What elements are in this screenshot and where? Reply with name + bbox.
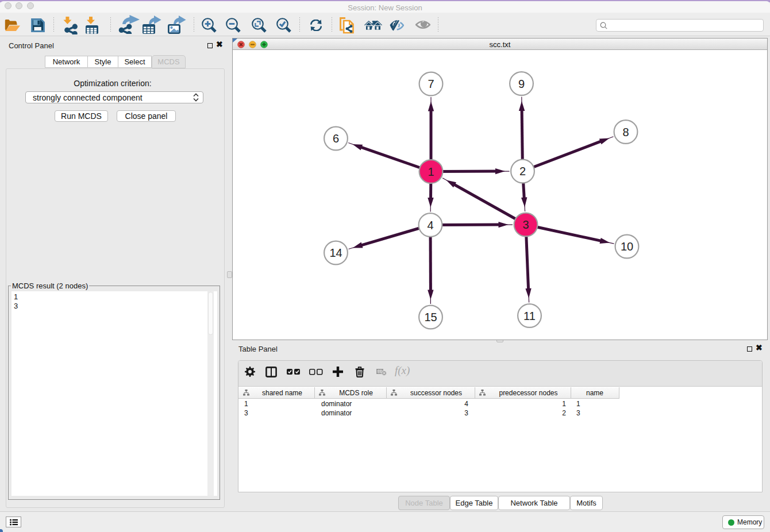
svg-text:8: 8 xyxy=(622,126,629,138)
svg-text:6: 6 xyxy=(333,132,339,145)
svg-text:9: 9 xyxy=(518,78,525,90)
svg-text:1: 1 xyxy=(428,165,434,178)
svg-text:14: 14 xyxy=(329,246,342,259)
svg-text:2: 2 xyxy=(519,165,526,178)
svg-text:15: 15 xyxy=(424,311,437,323)
svg-text:4: 4 xyxy=(427,219,433,232)
svg-text:10: 10 xyxy=(621,240,633,253)
svg-text:7: 7 xyxy=(428,78,434,90)
svg-text:11: 11 xyxy=(523,310,536,322)
svg-text:3: 3 xyxy=(522,218,529,231)
